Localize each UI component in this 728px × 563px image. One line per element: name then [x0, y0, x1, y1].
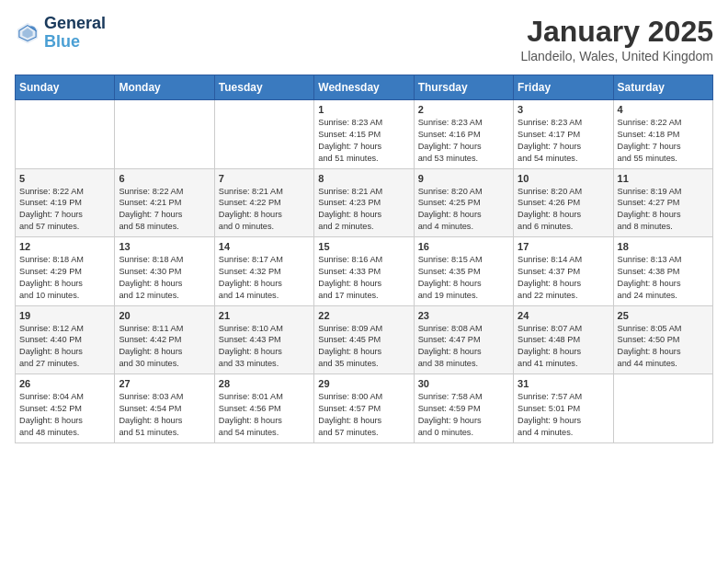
- day-info: Sunrise: 8:15 AM Sunset: 4:35 PM Dayligh…: [418, 254, 509, 302]
- day-number: 5: [19, 173, 110, 184]
- calendar-cell: [613, 374, 712, 443]
- weekday-saturday: Saturday: [613, 75, 712, 100]
- day-info: Sunrise: 8:04 AM Sunset: 4:52 PM Dayligh…: [19, 391, 110, 439]
- day-info: Sunrise: 7:58 AM Sunset: 4:59 PM Dayligh…: [418, 391, 509, 439]
- weekday-monday: Monday: [115, 75, 214, 100]
- day-number: 28: [219, 378, 310, 389]
- calendar-cell: 2Sunrise: 8:23 AM Sunset: 4:16 PM Daylig…: [414, 100, 513, 169]
- calendar-cell: 12Sunrise: 8:18 AM Sunset: 4:29 PM Dayli…: [16, 237, 115, 306]
- day-number: 30: [418, 378, 509, 389]
- weekday-header-row: SundayMondayTuesdayWednesdayThursdayFrid…: [16, 75, 713, 100]
- week-row-2: 12Sunrise: 8:18 AM Sunset: 4:29 PM Dayli…: [16, 237, 713, 306]
- day-number: 4: [618, 104, 709, 115]
- day-info: Sunrise: 8:22 AM Sunset: 4:18 PM Dayligh…: [618, 117, 709, 165]
- day-number: 2: [418, 104, 509, 115]
- calendar-cell: 13Sunrise: 8:18 AM Sunset: 4:30 PM Dayli…: [115, 237, 214, 306]
- day-info: Sunrise: 8:20 AM Sunset: 4:25 PM Dayligh…: [418, 186, 509, 234]
- calendar-cell: 6Sunrise: 8:22 AM Sunset: 4:21 PM Daylig…: [115, 168, 214, 237]
- day-info: Sunrise: 8:09 AM Sunset: 4:45 PM Dayligh…: [318, 323, 409, 371]
- calendar-cell: 21Sunrise: 8:10 AM Sunset: 4:43 PM Dayli…: [214, 305, 313, 374]
- day-number: 6: [119, 173, 210, 184]
- day-info: Sunrise: 8:22 AM Sunset: 4:21 PM Dayligh…: [119, 186, 210, 234]
- calendar-cell: 9Sunrise: 8:20 AM Sunset: 4:25 PM Daylig…: [414, 168, 513, 237]
- calendar-cell: 25Sunrise: 8:05 AM Sunset: 4:50 PM Dayli…: [613, 305, 712, 374]
- day-number: 18: [618, 241, 709, 252]
- day-number: 16: [418, 241, 509, 252]
- day-number: 29: [318, 378, 409, 389]
- day-number: 8: [318, 173, 409, 184]
- calendar-cell: 29Sunrise: 8:00 AM Sunset: 4:57 PM Dayli…: [314, 374, 414, 443]
- weekday-friday: Friday: [514, 75, 613, 100]
- week-row-4: 26Sunrise: 8:04 AM Sunset: 4:52 PM Dayli…: [16, 374, 713, 443]
- calendar-cell: 31Sunrise: 7:57 AM Sunset: 5:01 PM Dayli…: [514, 374, 613, 443]
- calendar-cell: 22Sunrise: 8:09 AM Sunset: 4:45 PM Dayli…: [314, 305, 414, 374]
- day-info: Sunrise: 8:05 AM Sunset: 4:50 PM Dayligh…: [618, 323, 709, 371]
- page-header: General Blue January 2025 Llandeilo, Wal…: [15, 15, 713, 63]
- calendar-cell: 18Sunrise: 8:13 AM Sunset: 4:38 PM Dayli…: [613, 237, 712, 306]
- calendar-cell: 17Sunrise: 8:14 AM Sunset: 4:37 PM Dayli…: [514, 237, 613, 306]
- day-number: 23: [418, 310, 509, 321]
- week-row-3: 19Sunrise: 8:12 AM Sunset: 4:40 PM Dayli…: [16, 305, 713, 374]
- day-info: Sunrise: 8:19 AM Sunset: 4:27 PM Dayligh…: [618, 186, 709, 234]
- calendar-cell: [214, 100, 313, 169]
- day-number: 3: [518, 104, 609, 115]
- day-number: 27: [119, 378, 210, 389]
- day-number: 11: [618, 173, 709, 184]
- day-info: Sunrise: 8:22 AM Sunset: 4:19 PM Dayligh…: [19, 186, 110, 234]
- calendar-table: SundayMondayTuesdayWednesdayThursdayFrid…: [15, 75, 713, 443]
- calendar-cell: 19Sunrise: 8:12 AM Sunset: 4:40 PM Dayli…: [16, 305, 115, 374]
- day-info: Sunrise: 8:18 AM Sunset: 4:30 PM Dayligh…: [119, 254, 210, 302]
- day-info: Sunrise: 8:23 AM Sunset: 4:15 PM Dayligh…: [318, 117, 409, 165]
- calendar-cell: 16Sunrise: 8:15 AM Sunset: 4:35 PM Dayli…: [414, 237, 513, 306]
- calendar-cell: 23Sunrise: 8:08 AM Sunset: 4:47 PM Dayli…: [414, 305, 513, 374]
- day-info: Sunrise: 8:21 AM Sunset: 4:23 PM Dayligh…: [318, 186, 409, 234]
- day-info: Sunrise: 8:16 AM Sunset: 4:33 PM Dayligh…: [318, 254, 409, 302]
- day-number: 19: [19, 310, 110, 321]
- day-number: 26: [19, 378, 110, 389]
- day-info: Sunrise: 8:14 AM Sunset: 4:37 PM Dayligh…: [518, 254, 609, 302]
- month-title: January 2025: [520, 15, 713, 49]
- day-info: Sunrise: 8:23 AM Sunset: 4:17 PM Dayligh…: [518, 117, 609, 165]
- calendar-cell: 15Sunrise: 8:16 AM Sunset: 4:33 PM Dayli…: [314, 237, 414, 306]
- logo-text: General Blue: [44, 15, 106, 52]
- calendar-cell: 30Sunrise: 7:58 AM Sunset: 4:59 PM Dayli…: [414, 374, 513, 443]
- day-number: 10: [518, 173, 609, 184]
- day-info: Sunrise: 8:00 AM Sunset: 4:57 PM Dayligh…: [318, 391, 409, 439]
- day-info: Sunrise: 8:13 AM Sunset: 4:38 PM Dayligh…: [618, 254, 709, 302]
- day-info: Sunrise: 8:23 AM Sunset: 4:16 PM Dayligh…: [418, 117, 509, 165]
- logo-icon: [15, 20, 40, 46]
- day-number: 22: [318, 310, 409, 321]
- day-info: Sunrise: 8:07 AM Sunset: 4:48 PM Dayligh…: [518, 323, 609, 371]
- day-info: Sunrise: 7:57 AM Sunset: 5:01 PM Dayligh…: [518, 391, 609, 439]
- day-number: 12: [19, 241, 110, 252]
- day-info: Sunrise: 8:08 AM Sunset: 4:47 PM Dayligh…: [418, 323, 509, 371]
- week-row-1: 5Sunrise: 8:22 AM Sunset: 4:19 PM Daylig…: [16, 168, 713, 237]
- day-number: 13: [119, 241, 210, 252]
- day-info: Sunrise: 8:18 AM Sunset: 4:29 PM Dayligh…: [19, 254, 110, 302]
- day-number: 15: [318, 241, 409, 252]
- calendar-cell: 14Sunrise: 8:17 AM Sunset: 4:32 PM Dayli…: [214, 237, 313, 306]
- day-info: Sunrise: 8:11 AM Sunset: 4:42 PM Dayligh…: [119, 323, 210, 371]
- day-number: 24: [518, 310, 609, 321]
- calendar-cell: 10Sunrise: 8:20 AM Sunset: 4:26 PM Dayli…: [514, 168, 613, 237]
- calendar-body: 1Sunrise: 8:23 AM Sunset: 4:15 PM Daylig…: [16, 100, 713, 443]
- calendar-cell: [16, 100, 115, 169]
- weekday-tuesday: Tuesday: [214, 75, 313, 100]
- calendar-cell: 3Sunrise: 8:23 AM Sunset: 4:17 PM Daylig…: [514, 100, 613, 169]
- day-number: 20: [119, 310, 210, 321]
- weekday-thursday: Thursday: [414, 75, 513, 100]
- calendar-cell: 11Sunrise: 8:19 AM Sunset: 4:27 PM Dayli…: [613, 168, 712, 237]
- day-info: Sunrise: 8:12 AM Sunset: 4:40 PM Dayligh…: [19, 323, 110, 371]
- calendar-cell: 24Sunrise: 8:07 AM Sunset: 4:48 PM Dayli…: [514, 305, 613, 374]
- week-row-0: 1Sunrise: 8:23 AM Sunset: 4:15 PM Daylig…: [16, 100, 713, 169]
- calendar-cell: 4Sunrise: 8:22 AM Sunset: 4:18 PM Daylig…: [613, 100, 712, 169]
- calendar-cell: 27Sunrise: 8:03 AM Sunset: 4:54 PM Dayli…: [115, 374, 214, 443]
- calendar-cell: 28Sunrise: 8:01 AM Sunset: 4:56 PM Dayli…: [214, 374, 313, 443]
- day-info: Sunrise: 8:17 AM Sunset: 4:32 PM Dayligh…: [219, 254, 310, 302]
- weekday-sunday: Sunday: [16, 75, 115, 100]
- calendar-cell: 7Sunrise: 8:21 AM Sunset: 4:22 PM Daylig…: [214, 168, 313, 237]
- day-info: Sunrise: 8:10 AM Sunset: 4:43 PM Dayligh…: [219, 323, 310, 371]
- day-number: 14: [219, 241, 310, 252]
- location: Llandeilo, Wales, United Kingdom: [520, 49, 713, 63]
- day-number: 7: [219, 173, 310, 184]
